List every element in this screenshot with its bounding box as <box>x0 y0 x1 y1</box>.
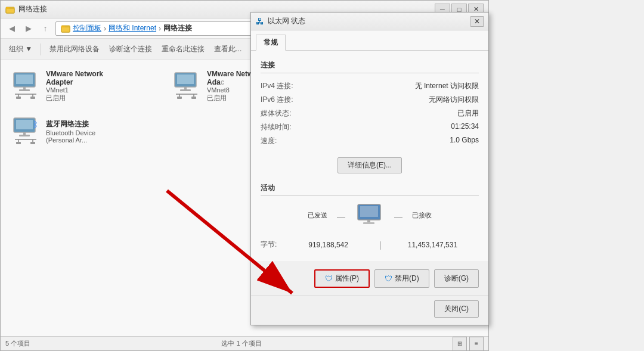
diagnose-button[interactable]: 诊断(G) <box>434 269 479 288</box>
svg-rect-13 <box>16 97 21 99</box>
activity-icons: 已发送 — — 已接收 <box>261 203 479 230</box>
svg-rect-16 <box>177 74 194 84</box>
window-icon <box>5 5 15 14</box>
connection-info-table: IPv4 连接: 无 Internet 访问权限 IPv6 连接: 无网络访问权… <box>261 79 479 148</box>
forward-button[interactable]: ▶ <box>22 22 35 35</box>
bytes-divider: | <box>374 240 386 250</box>
toolbar-divider-1 <box>41 44 41 55</box>
speed-value: 1.0 Gbps <box>308 134 479 148</box>
svg-rect-1 <box>6 8 14 13</box>
svg-rect-4 <box>61 27 70 32</box>
disable-shield-icon: 🛡 <box>385 274 392 283</box>
breadcrumb-control-panel[interactable]: 控制面板 <box>73 23 101 33</box>
svg-rect-41 <box>30 142 35 144</box>
details-button[interactable]: 详细信息(E)... <box>338 157 402 173</box>
ipv6-label: IPv6 连接: <box>261 93 308 107</box>
bluetooth-icon: ᛒ <box>10 117 41 146</box>
received-label-text: 已接收 <box>412 211 432 220</box>
bluetooth-name: 蓝牙网络连接 <box>46 119 120 129</box>
activity-section: 活动 已发送 — — 已接收 字节: 919,188,542 | 11,453,… <box>261 183 479 252</box>
network-item-bluetooth[interactable]: ᛒ 蓝牙网络连接 Bluetooth Device (Personal Ar..… <box>5 112 125 151</box>
svg-rect-18 <box>180 89 191 91</box>
dialog-content: 连接 IPv4 连接: 无 Internet 访问权限 IPv6 连接: 无网络… <box>251 51 488 262</box>
sent-dash2: — <box>337 212 345 222</box>
vmnet8-icon <box>171 72 202 101</box>
svg-rect-22 <box>177 97 182 99</box>
vmnet1-icon <box>10 72 41 101</box>
sent-label-text: 已发送 <box>308 211 327 220</box>
bytes-label: 字节: <box>261 240 282 250</box>
media-value: 已启用 <box>308 107 479 120</box>
title-bar-left: 网络连接 <box>5 4 47 14</box>
dialog-network-icon: 🖧 <box>256 17 264 26</box>
bytes-row: 字节: 919,188,542 | 11,453,147,531 <box>261 237 479 252</box>
network-item-vmnet1[interactable]: VMware Network Adapter VMnet1 已启用 <box>5 65 125 107</box>
vmnet1-name: VMware Network Adapter <box>46 70 120 86</box>
dialog-title-bar: 🖧 以太网 状态 ✕ <box>251 13 488 30</box>
breadcrumb-network-internet[interactable]: 网络和 Internet <box>109 23 156 33</box>
vmnet1-status: 已启用 <box>46 94 120 102</box>
status-view-btn-1[interactable]: ⊞ <box>453 337 467 351</box>
view-status-button[interactable]: 查看此... <box>210 42 245 56</box>
speed-label: 速度: <box>261 134 308 148</box>
received-dash2: — <box>394 212 402 222</box>
ipv4-value: 无 Internet 访问权限 <box>308 79 479 93</box>
svg-rect-36 <box>19 135 30 136</box>
rename-connection-button[interactable]: 重命名此连接 <box>158 42 208 56</box>
item-count: 5 个项目 <box>5 339 30 348</box>
disable-network-button[interactable]: 禁用此网络设备 <box>46 42 103 56</box>
sent-bytes: 919,188,542 <box>282 241 374 249</box>
svg-rect-23 <box>191 97 196 99</box>
breadcrumb-icon <box>61 24 70 33</box>
tab-bar: 常规 <box>251 30 488 51</box>
svg-rect-44 <box>360 206 378 217</box>
activity-computer-icon2 <box>355 203 385 230</box>
svg-rect-2 <box>6 7 10 9</box>
status-dialog: 🖧 以太网 状态 ✕ 常规 连接 IPv4 连接: 无 Internet 访问权… <box>250 12 489 325</box>
status-bar: 5 个项目 选中 1 个项目 ⊞ ≡ <box>1 336 488 350</box>
tab-general[interactable]: 常规 <box>256 35 286 51</box>
svg-rect-14 <box>30 97 35 99</box>
received-bytes: 11,453,147,531 <box>386 241 479 249</box>
selected-count: 选中 1 个项目 <box>221 339 261 348</box>
dialog-title: 以太网 状态 <box>268 16 305 26</box>
media-label: 媒体状态: <box>261 107 308 120</box>
duration-value: 01:25:34 <box>308 120 479 134</box>
svg-text:ᛒ: ᛒ <box>33 120 38 129</box>
svg-rect-46 <box>363 222 374 224</box>
vmnet1-sub: VMnet1 <box>46 86 120 94</box>
svg-rect-9 <box>19 89 30 91</box>
properties-button[interactable]: 🛡 属性(P) <box>314 269 370 288</box>
back-button[interactable]: ◀ <box>5 22 18 35</box>
svg-rect-35 <box>23 132 26 135</box>
dialog-buttons: 🛡 属性(P) 🛡 禁用(D) 诊断(G) <box>251 262 488 295</box>
disable-button[interactable]: 🛡 禁用(D) <box>374 269 429 288</box>
dialog-bottom-close-button[interactable]: 关闭(C) <box>434 300 479 318</box>
duration-label: 持续时间: <box>261 120 308 134</box>
up-button[interactable]: ↑ <box>39 22 52 35</box>
breadcrumb-current: 网络连接 <box>163 23 192 33</box>
bluetooth-sub: Bluetooth Device (Personal Ar... <box>46 129 120 144</box>
diagnose-connection-button[interactable]: 诊断这个连接 <box>106 42 156 56</box>
svg-rect-5 <box>61 26 65 27</box>
close-button-row: 关闭(C) <box>251 295 488 325</box>
main-window-title: 网络连接 <box>18 4 47 14</box>
properties-shield-icon: 🛡 <box>325 274 333 283</box>
svg-rect-7 <box>16 74 33 84</box>
svg-rect-45 <box>367 220 370 222</box>
status-view-btn-2[interactable]: ≡ <box>469 337 484 351</box>
dialog-close-button[interactable]: ✕ <box>470 16 484 27</box>
svg-rect-34 <box>16 120 33 129</box>
svg-rect-17 <box>184 87 187 89</box>
activity-section-header: 活动 <box>261 183 479 196</box>
svg-rect-40 <box>16 142 21 144</box>
connection-section-header: 连接 <box>261 60 479 73</box>
ipv6-value: 无网络访问权限 <box>308 93 479 107</box>
svg-rect-8 <box>23 87 26 89</box>
ipv4-label: IPv4 连接: <box>261 79 308 93</box>
organize-button[interactable]: 组织 ▼ <box>5 42 36 56</box>
